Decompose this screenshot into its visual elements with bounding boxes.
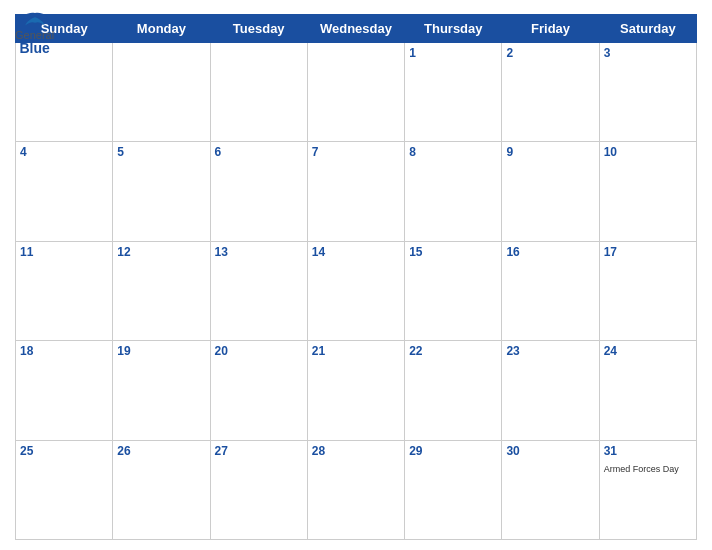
day-number: 26 xyxy=(117,444,205,458)
weekday-tuesday: Tuesday xyxy=(210,15,307,43)
day-number: 14 xyxy=(312,245,400,259)
day-number: 4 xyxy=(20,145,108,159)
calendar-cell: 28 xyxy=(307,440,404,539)
day-number: 15 xyxy=(409,245,497,259)
calendar-cell: 12 xyxy=(113,241,210,340)
calendar-cell: 1 xyxy=(405,43,502,142)
week-row-5: 25262728293031Armed Forces Day xyxy=(16,440,697,539)
day-number: 10 xyxy=(604,145,692,159)
day-number: 12 xyxy=(117,245,205,259)
day-number: 30 xyxy=(506,444,594,458)
calendar-cell: 20 xyxy=(210,341,307,440)
week-row-3: 11121314151617 xyxy=(16,241,697,340)
day-number: 8 xyxy=(409,145,497,159)
day-number: 19 xyxy=(117,344,205,358)
day-number: 24 xyxy=(604,344,692,358)
calendar-cell: 8 xyxy=(405,142,502,241)
calendar-cell: 15 xyxy=(405,241,502,340)
calendar-cell: 26 xyxy=(113,440,210,539)
calendar-cell: 30 xyxy=(502,440,599,539)
calendar-cell: 19 xyxy=(113,341,210,440)
day-number: 1 xyxy=(409,46,497,60)
day-number: 6 xyxy=(215,145,303,159)
calendar-cell: 11 xyxy=(16,241,113,340)
day-number: 17 xyxy=(604,245,692,259)
calendar-cell: 17 xyxy=(599,241,696,340)
day-number: 25 xyxy=(20,444,108,458)
week-row-2: 45678910 xyxy=(16,142,697,241)
weekday-thursday: Thursday xyxy=(405,15,502,43)
calendar-cell: 25 xyxy=(16,440,113,539)
calendar-cell: 27 xyxy=(210,440,307,539)
calendar-cell: 31Armed Forces Day xyxy=(599,440,696,539)
weekday-friday: Friday xyxy=(502,15,599,43)
day-number: 16 xyxy=(506,245,594,259)
day-number: 28 xyxy=(312,444,400,458)
calendar-cell: 5 xyxy=(113,142,210,241)
calendar-cell: 23 xyxy=(502,341,599,440)
day-number: 21 xyxy=(312,344,400,358)
logo: General Blue xyxy=(15,10,54,55)
day-number: 18 xyxy=(20,344,108,358)
calendar-cell: 24 xyxy=(599,341,696,440)
day-number: 23 xyxy=(506,344,594,358)
calendar-cell xyxy=(113,43,210,142)
calendar-cell: 6 xyxy=(210,142,307,241)
day-number: 13 xyxy=(215,245,303,259)
calendar-cell: 14 xyxy=(307,241,404,340)
calendar-cell: 21 xyxy=(307,341,404,440)
day-number: 7 xyxy=(312,145,400,159)
event-label: Armed Forces Day xyxy=(604,464,679,474)
calendar-cell: 4 xyxy=(16,142,113,241)
day-number: 11 xyxy=(20,245,108,259)
calendar-cell: 29 xyxy=(405,440,502,539)
day-number: 29 xyxy=(409,444,497,458)
day-number: 9 xyxy=(506,145,594,159)
calendar-cell xyxy=(210,43,307,142)
calendar-cell: 13 xyxy=(210,241,307,340)
calendar-cell: 22 xyxy=(405,341,502,440)
weekday-saturday: Saturday xyxy=(599,15,696,43)
week-row-1: 123 xyxy=(16,43,697,142)
day-number: 20 xyxy=(215,344,303,358)
calendar-cell: 10 xyxy=(599,142,696,241)
weekday-header-row: SundayMondayTuesdayWednesdayThursdayFrid… xyxy=(16,15,697,43)
calendar-cell: 18 xyxy=(16,341,113,440)
calendar-cell xyxy=(307,43,404,142)
calendar-cell: 16 xyxy=(502,241,599,340)
calendar-cell: 7 xyxy=(307,142,404,241)
day-number: 5 xyxy=(117,145,205,159)
day-number: 27 xyxy=(215,444,303,458)
calendar-table: SundayMondayTuesdayWednesdayThursdayFrid… xyxy=(15,14,697,540)
day-number: 31 xyxy=(604,444,692,458)
logo-blue: Blue xyxy=(19,41,49,55)
calendar-cell: 3 xyxy=(599,43,696,142)
weekday-wednesday: Wednesday xyxy=(307,15,404,43)
calendar-cell: 9 xyxy=(502,142,599,241)
day-number: 22 xyxy=(409,344,497,358)
day-number: 3 xyxy=(604,46,692,60)
weekday-monday: Monday xyxy=(113,15,210,43)
day-number: 2 xyxy=(506,46,594,60)
calendar-cell xyxy=(16,43,113,142)
calendar-cell: 2 xyxy=(502,43,599,142)
week-row-4: 18192021222324 xyxy=(16,341,697,440)
